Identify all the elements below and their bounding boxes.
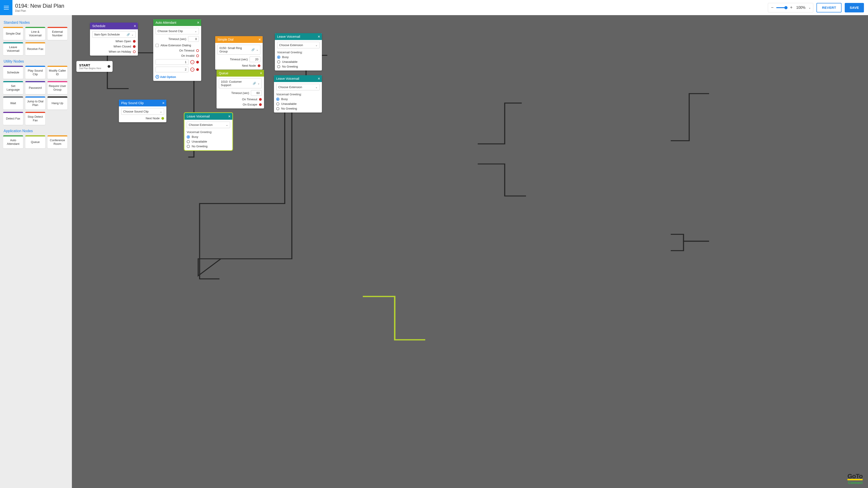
palette-item[interactable]: Queue [25,135,45,149]
page-title: 0194: New Dial Plan [15,3,64,9]
palette-item[interactable]: Password [25,81,45,94]
zoom-slider[interactable] [776,7,787,8]
simple-timeout-input[interactable]: 20 [250,57,260,62]
port-on-invalid[interactable] [196,55,199,57]
schedule-node[interactable]: Schedule × 9am-5pm Schedule 🔗 ⌄ When Ope… [90,23,138,56]
close-icon[interactable]: × [318,35,320,39]
port-when-open[interactable] [133,40,135,43]
section-standard: Standard Nodes [4,21,69,25]
link-icon: 🔗 [251,48,255,51]
node-palette: Standard Nodes Simple DialLine & Voicema… [0,15,72,488]
simple-select[interactable]: 0150: Small Ring Group 🔗 ⌄ [217,45,260,55]
close-icon[interactable]: × [258,37,261,41]
palette-item[interactable]: Stop Detect Fax [25,112,45,125]
vm-ext-select[interactable]: Choose Extension ⌄ [276,84,320,90]
queue-select[interactable]: 1010: Customer Support 🔗 ⌄ [219,78,262,88]
port-when-holiday[interactable] [133,51,135,53]
queue-title: Queue [219,71,228,75]
close-icon[interactable]: × [228,114,230,119]
port-next[interactable] [161,117,164,120]
palette-item[interactable]: Auto Attendant [3,135,23,149]
chevron-down-icon: ⌄ [315,43,318,47]
close-icon[interactable]: × [162,101,164,105]
hamburger-icon [4,6,9,9]
zoom-chevron-icon[interactable]: ⌄ [809,6,811,9]
palette-item[interactable]: External Number [48,27,67,40]
palette-item[interactable]: Simple Dial [3,27,23,40]
chevron-down-icon: ⌄ [160,110,162,113]
simple-dial-node[interactable]: Simple Dial × 0150: Small Ring Group 🔗 ⌄… [215,36,263,70]
zoom-handle[interactable] [784,6,787,9]
zoom-control: − + 100% ⌄ [768,3,813,12]
palette-item[interactable]: Modify Caller ID [48,66,67,79]
vm-radio-unavailable[interactable]: Unavailable [277,60,320,64]
save-button[interactable]: SAVE [845,3,864,12]
schedule-select[interactable]: 9am-5pm Schedule 🔗 ⌄ [92,31,135,38]
palette-item[interactable]: Hang Up [48,96,67,109]
queue-node[interactable]: Queue × 1010: Customer Support 🔗 ⌄ Timeo… [217,70,264,108]
vm-radio-busy[interactable]: Busy [277,55,320,59]
close-icon[interactable]: × [260,71,262,75]
palette-item[interactable]: Require User Group [48,81,67,94]
leave-voicemail-node-selected[interactable]: Leave Voicemail × Choose Extension ⌄ Voi… [184,113,232,150]
vm-radio-unavailable[interactable]: Unavailable [187,140,230,143]
start-node[interactable]: START Dial Plan Begins Here [76,61,113,72]
palette-item[interactable]: Schedule [3,66,23,79]
auto-title: Auto Attendant [156,21,176,24]
port-opt1[interactable] [196,61,199,64]
palette-item[interactable]: Leave Voicemail [3,42,23,55]
zoom-in-button[interactable]: + [789,5,793,10]
palette-item[interactable]: Detect Fax [3,112,23,125]
palette-item[interactable]: Set Language [3,81,23,94]
auto-timeout-input[interactable]: 8 [188,36,199,42]
auto-attendant-node[interactable]: Auto Attendant × Choose Sound Clip ⌄ Tim… [153,19,201,81]
palette-item[interactable]: Receive Fax [25,42,45,55]
palette-item[interactable]: Jump to Dial Plan [25,96,45,109]
link-icon: 🔗 [253,82,256,85]
palette-item[interactable]: Wait [3,96,23,109]
play-select[interactable]: Choose Sound Clip ⌄ [121,108,164,115]
remove-option-icon[interactable]: − [190,68,194,72]
palette-item[interactable]: Play Sound Clip [25,66,45,79]
port-when-closed[interactable] [133,45,135,48]
vm-radio-busy[interactable]: Busy [187,135,230,138]
start-subtitle: Dial Plan Begins Here [79,67,105,70]
auto-opt2-input[interactable]: 2 [156,67,188,72]
chevron-down-icon: ⌄ [256,48,258,51]
remove-option-icon[interactable]: − [190,60,194,64]
app-header: 0194: New Dial Plan Dial Plan − + 100% ⌄… [0,0,868,15]
auto-opt1-input[interactable]: 1 [156,59,188,65]
leave-voicemail-node-1[interactable]: Leave Voicemail × Choose Extension ⌄ Voi… [275,33,322,70]
vm-radio-nogreeting[interactable]: No Greeting [276,107,320,110]
vm-radio-unavailable[interactable]: Unavailable [276,102,320,105]
leave-voicemail-node-2[interactable]: Leave Voicemail × Choose Extension ⌄ Voi… [274,75,322,112]
close-icon[interactable]: × [318,76,320,80]
start-title: START [79,63,105,67]
add-option-button[interactable]: + Add Option [156,75,199,78]
vm-ext-select[interactable]: Choose Extension ⌄ [277,42,320,48]
simple-title: Simple Dial [217,38,234,41]
play-sound-node[interactable]: Play Sound Clip × Choose Sound Clip ⌄ Ne… [119,100,166,122]
port-on-timeout[interactable] [259,98,262,101]
allow-ext-checkbox[interactable] [156,44,159,47]
port-on-escape[interactable] [259,103,262,106]
menu-button[interactable] [0,0,12,15]
revert-button[interactable]: REVERT [816,3,842,12]
close-icon[interactable]: × [197,21,199,25]
vm-radio-nogreeting[interactable]: No Greeting [187,144,230,148]
zoom-out-button[interactable]: − [770,5,774,10]
port-next[interactable] [258,64,260,67]
palette-item[interactable]: Conference Room [48,135,67,149]
flow-canvas[interactable]: START Dial Plan Begins Here Schedule × 9… [72,15,868,488]
port-on-timeout[interactable] [196,49,199,52]
vm-radio-nogreeting[interactable]: No Greeting [277,65,320,68]
palette-item[interactable]: Line & Voicemail [25,27,45,40]
auto-sound-select[interactable]: Choose Sound Clip ⌄ [156,28,199,34]
schedule-title: Schedule [92,24,105,28]
vm-radio-busy[interactable]: Busy [276,97,320,101]
port-opt2[interactable] [196,68,199,71]
queue-timeout-input[interactable]: 60 [251,90,262,96]
close-icon[interactable]: × [133,24,136,28]
start-out-port[interactable] [107,65,110,68]
vm-ext-select[interactable]: Choose Extension ⌄ [187,122,230,128]
